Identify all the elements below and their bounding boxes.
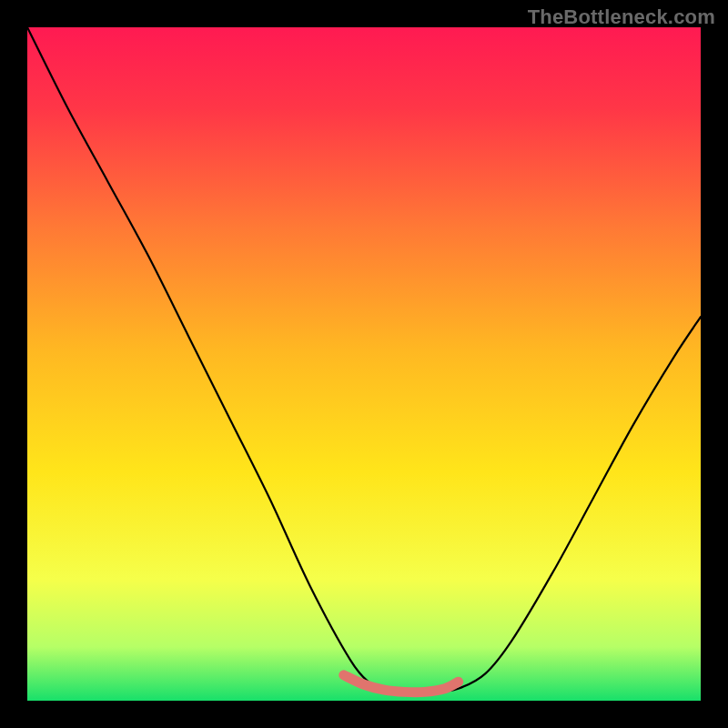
plot-area — [27, 27, 701, 701]
heat-gradient — [27, 27, 701, 701]
chart-frame: TheBottleneck.com — [0, 0, 728, 728]
chart-svg — [27, 27, 701, 701]
watermark-text: TheBottleneck.com — [528, 5, 715, 29]
